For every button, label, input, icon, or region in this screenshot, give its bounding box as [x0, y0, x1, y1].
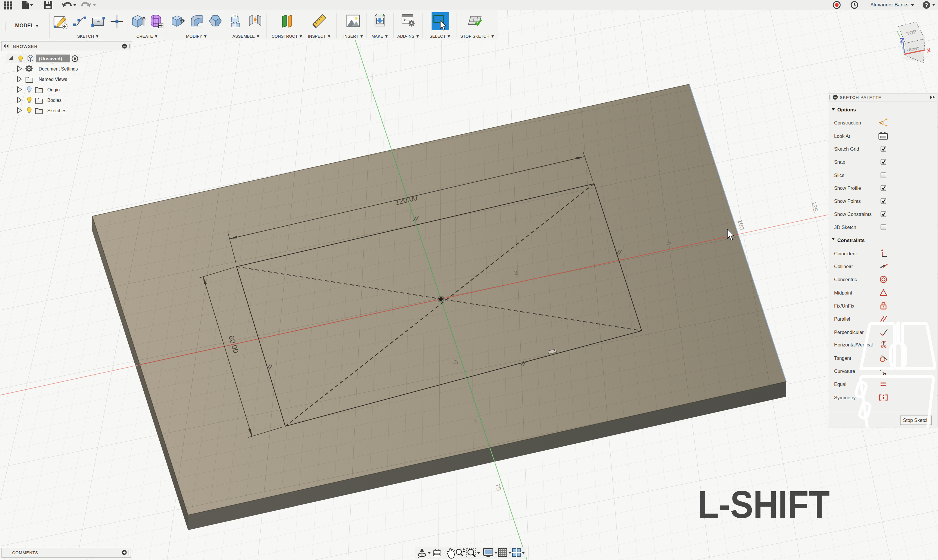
svg-text:(Unsaved): (Unsaved) [39, 56, 62, 61]
svg-text:COMMENTS: COMMENTS [12, 551, 38, 555]
svg-text:BROWSER: BROWSER [13, 44, 38, 49]
svg-text:Named Views: Named Views [39, 77, 67, 82]
svg-text:Document Settings: Document Settings [39, 66, 78, 71]
svg-text:Sketches: Sketches [47, 108, 66, 113]
svg-text:?: ? [925, 2, 928, 8]
svg-text:Bodies: Bodies [47, 98, 62, 103]
svg-text:Origin: Origin [47, 87, 60, 92]
